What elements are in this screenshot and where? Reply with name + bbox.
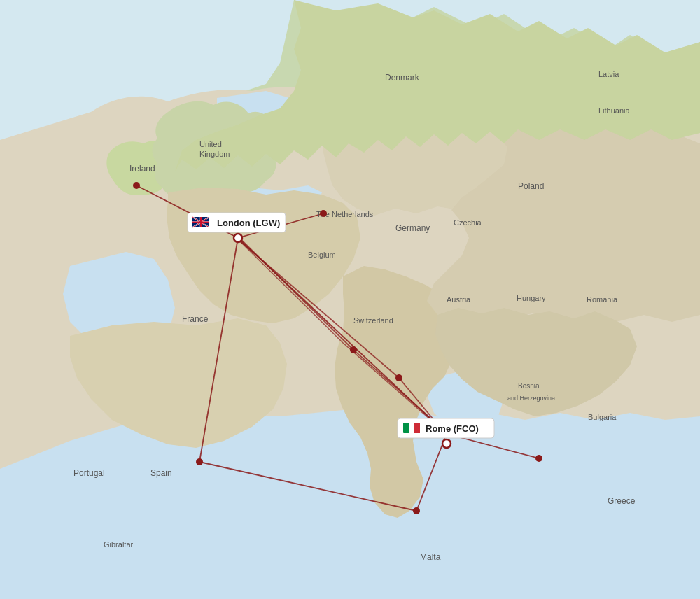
map-container: Ireland United Kingdom France Spain Port…: [0, 0, 700, 599]
svg-text:Portugal: Portugal: [74, 468, 105, 478]
svg-text:Hungary: Hungary: [517, 294, 546, 302]
south-spain-waypoint: [196, 458, 203, 465]
map-svg: Ireland United Kingdom France Spain Port…: [0, 0, 700, 599]
svg-text:London (LGW): London (LGW): [217, 218, 280, 228]
svg-text:Austria: Austria: [447, 295, 471, 304]
east-france-waypoint: [350, 346, 357, 353]
svg-text:Kingdom: Kingdom: [200, 150, 230, 158]
svg-text:Romania: Romania: [587, 295, 618, 304]
ireland-waypoint: [133, 182, 140, 189]
svg-text:Latvia: Latvia: [598, 70, 620, 78]
east-coast-waypoint: [536, 455, 542, 462]
svg-rect-52: [409, 423, 414, 433]
svg-text:Germany: Germany: [396, 223, 430, 233]
svg-text:Denmark: Denmark: [385, 73, 420, 83]
svg-rect-53: [414, 423, 420, 433]
svg-text:Czechia: Czechia: [454, 218, 482, 227]
ne-italy-waypoint: [396, 374, 402, 381]
lgw-dot: [234, 234, 242, 242]
svg-text:Bulgaria: Bulgaria: [588, 413, 617, 421]
fco-label: Rome (FCO): [398, 418, 494, 438]
svg-text:Spain: Spain: [150, 468, 172, 478]
svg-text:and Herzegovina: and Herzegovina: [507, 395, 555, 402]
lgw-label: London (LGW): [188, 213, 286, 232]
svg-text:Ireland: Ireland: [130, 164, 155, 174]
svg-text:Belgium: Belgium: [308, 251, 336, 259]
svg-text:Bosnia: Bosnia: [518, 382, 540, 390]
svg-text:Switzerland: Switzerland: [354, 316, 393, 325]
svg-text:United: United: [200, 140, 222, 148]
svg-text:Gibraltar: Gibraltar: [104, 540, 134, 549]
netherlands-waypoint: [320, 210, 327, 217]
south-italy-waypoint: [413, 507, 420, 514]
svg-text:Malta: Malta: [420, 552, 441, 562]
svg-text:Greece: Greece: [608, 496, 636, 506]
svg-text:Rome (FCO): Rome (FCO): [426, 423, 479, 434]
svg-text:Poland: Poland: [518, 181, 544, 191]
svg-text:France: France: [182, 314, 209, 324]
svg-text:Lithuania: Lithuania: [598, 106, 631, 115]
fco-dot: [442, 439, 451, 448]
